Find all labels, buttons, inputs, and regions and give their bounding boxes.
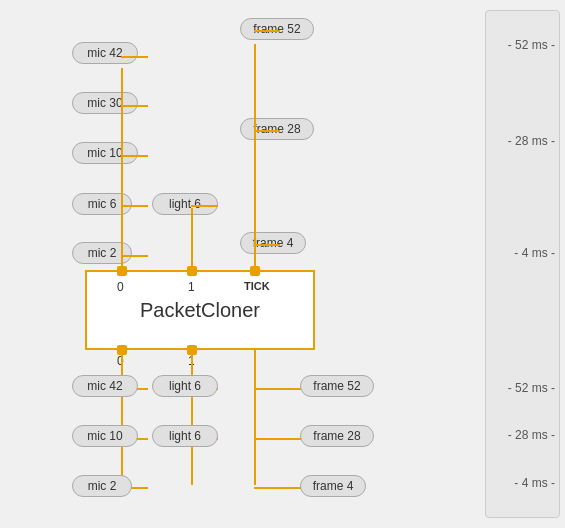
node-mic10-in[interactable]: mic 10: [72, 142, 138, 164]
port-in-1-label: 1: [188, 280, 195, 294]
node-mic30-in[interactable]: mic 30: [72, 92, 138, 114]
node-mic42-in[interactable]: mic 42: [72, 42, 138, 64]
wire-frame4-h: [254, 244, 280, 246]
timeline-label-28ms-bot: - 28 ms -: [508, 428, 555, 442]
wire-mic10-h: [121, 155, 148, 157]
node-light6-out2[interactable]: light 6: [152, 425, 218, 447]
timeline-label-52ms-top: - 52 ms -: [508, 38, 555, 52]
timeline-label-52ms-bot: - 52 ms -: [508, 381, 555, 395]
packet-cloner-label: PacketCloner: [140, 299, 260, 322]
node-light6-in[interactable]: light 6: [152, 193, 218, 215]
wire-left-vert-down: [121, 350, 123, 485]
timeline-label-28ms-top: - 28 ms -: [508, 134, 555, 148]
node-frame4-out[interactable]: frame 4: [300, 475, 366, 497]
node-mic42-out[interactable]: mic 42: [72, 375, 138, 397]
node-mic10-out[interactable]: mic 10: [72, 425, 138, 447]
wire-right-vert-up: [254, 44, 256, 271]
node-mic6-in[interactable]: mic 6: [72, 193, 132, 215]
wire-mid-vert-up: [191, 208, 193, 271]
timeline-label-4ms-bot: - 4 ms -: [514, 476, 555, 490]
main-canvas: - 52 ms - - 28 ms - - 4 ms - - 52 ms - -…: [0, 0, 565, 528]
node-frame28-out[interactable]: frame 28: [300, 425, 374, 447]
node-frame28-in[interactable]: frame 28: [240, 118, 314, 140]
wire-mic6-h: [121, 205, 148, 207]
node-light6-out1[interactable]: light 6: [152, 375, 218, 397]
wire-mic42-h: [121, 56, 148, 58]
node-mic2-out[interactable]: mic 2: [72, 475, 132, 497]
node-frame4-in[interactable]: frame 4: [240, 232, 306, 254]
wire-mic2-h: [121, 255, 148, 257]
wire-mic30-h: [121, 105, 148, 107]
wire-frame28-h: [254, 130, 280, 132]
port-in-0-label: 0: [117, 280, 124, 294]
wire-mid-vert-down: [191, 350, 193, 485]
node-frame52-in[interactable]: frame 52: [240, 18, 314, 40]
tick-label: TICK: [244, 280, 270, 292]
wire-right-vert-down: [254, 350, 256, 485]
wire-frame52-h: [254, 30, 280, 32]
timeline-label-4ms-top: - 4 ms -: [514, 246, 555, 260]
node-mic2-in[interactable]: mic 2: [72, 242, 132, 264]
wire-left-vert-up: [121, 68, 123, 271]
node-frame52-out[interactable]: frame 52: [300, 375, 374, 397]
wire-light6-h: [191, 205, 218, 207]
